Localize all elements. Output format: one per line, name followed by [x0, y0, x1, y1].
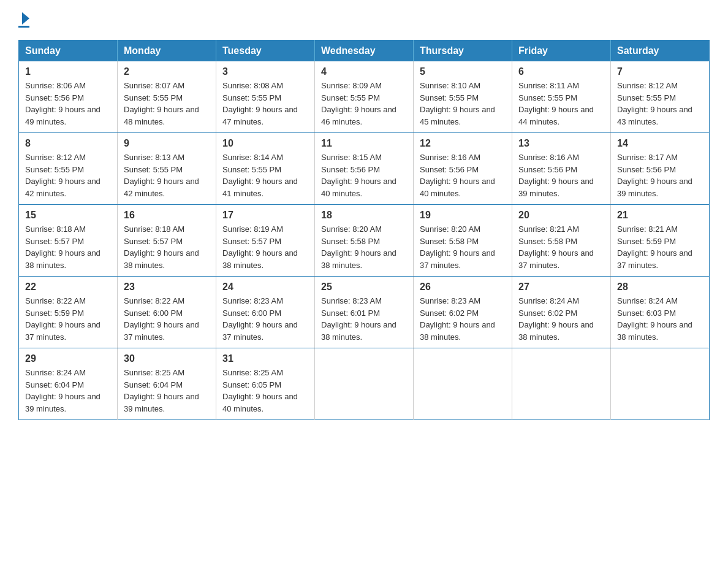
column-header-tuesday: Tuesday [216, 40, 315, 62]
day-info: Sunrise: 8:11 AMSunset: 5:55 PMDaylight:… [518, 80, 604, 128]
calendar-cell: 15Sunrise: 8:18 AMSunset: 5:57 PMDayligh… [19, 205, 118, 277]
day-info: Sunrise: 8:25 AMSunset: 6:04 PMDaylight:… [124, 367, 210, 415]
calendar-cell [315, 348, 414, 420]
day-number: 22 [25, 282, 111, 293]
calendar-week-row: 29Sunrise: 8:24 AMSunset: 6:04 PMDayligh… [19, 348, 710, 420]
day-number: 9 [124, 138, 210, 149]
calendar-cell: 10Sunrise: 8:14 AMSunset: 5:55 PMDayligh… [216, 133, 315, 205]
day-number: 7 [617, 66, 703, 77]
calendar-week-row: 1Sunrise: 8:06 AMSunset: 5:56 PMDaylight… [19, 61, 710, 133]
day-number: 27 [518, 282, 604, 293]
day-info: Sunrise: 8:06 AMSunset: 5:56 PMDaylight:… [25, 80, 111, 128]
day-number: 28 [617, 282, 703, 293]
day-info: Sunrise: 8:13 AMSunset: 5:55 PMDaylight:… [124, 151, 210, 199]
logo-underline [18, 26, 29, 28]
day-number: 8 [25, 138, 111, 149]
calendar-cell: 8Sunrise: 8:12 AMSunset: 5:55 PMDaylight… [19, 133, 118, 205]
day-number: 6 [518, 66, 604, 77]
day-number: 1 [25, 66, 111, 77]
day-number: 5 [420, 66, 506, 77]
calendar-cell [512, 348, 611, 420]
day-info: Sunrise: 8:19 AMSunset: 5:57 PMDaylight:… [222, 223, 308, 271]
day-number: 3 [222, 66, 308, 77]
calendar-week-row: 8Sunrise: 8:12 AMSunset: 5:55 PMDaylight… [19, 133, 710, 205]
day-number: 11 [321, 138, 407, 149]
day-info: Sunrise: 8:16 AMSunset: 5:56 PMDaylight:… [518, 151, 604, 199]
day-info: Sunrise: 8:21 AMSunset: 5:59 PMDaylight:… [617, 223, 703, 271]
day-info: Sunrise: 8:22 AMSunset: 5:59 PMDaylight:… [25, 295, 111, 343]
calendar-cell: 18Sunrise: 8:20 AMSunset: 5:58 PMDayligh… [315, 205, 414, 277]
day-info: Sunrise: 8:24 AMSunset: 6:04 PMDaylight:… [25, 367, 111, 415]
day-number: 16 [124, 210, 210, 221]
day-info: Sunrise: 8:12 AMSunset: 5:55 PMDaylight:… [25, 151, 111, 199]
calendar-cell: 22Sunrise: 8:22 AMSunset: 5:59 PMDayligh… [19, 277, 118, 348]
day-info: Sunrise: 8:12 AMSunset: 5:55 PMDaylight:… [617, 80, 703, 128]
day-number: 21 [617, 210, 703, 221]
calendar-week-row: 22Sunrise: 8:22 AMSunset: 5:59 PMDayligh… [19, 277, 710, 348]
day-number: 31 [222, 353, 308, 364]
day-info: Sunrise: 8:20 AMSunset: 5:58 PMDaylight:… [420, 223, 506, 271]
calendar-cell: 6Sunrise: 8:11 AMSunset: 5:55 PMDaylight… [512, 61, 611, 133]
calendar-cell [414, 348, 512, 420]
calendar-cell: 25Sunrise: 8:23 AMSunset: 6:01 PMDayligh… [315, 277, 414, 348]
calendar-cell: 11Sunrise: 8:15 AMSunset: 5:56 PMDayligh… [315, 133, 414, 205]
day-info: Sunrise: 8:24 AMSunset: 6:02 PMDaylight:… [518, 295, 604, 343]
calendar-cell: 1Sunrise: 8:06 AMSunset: 5:56 PMDaylight… [19, 61, 118, 133]
day-info: Sunrise: 8:18 AMSunset: 5:57 PMDaylight:… [124, 223, 210, 271]
calendar-cell: 14Sunrise: 8:17 AMSunset: 5:56 PMDayligh… [611, 133, 710, 205]
day-info: Sunrise: 8:15 AMSunset: 5:56 PMDaylight:… [321, 151, 407, 199]
day-info: Sunrise: 8:23 AMSunset: 6:00 PMDaylight:… [222, 295, 308, 343]
column-header-wednesday: Wednesday [315, 40, 414, 62]
column-header-saturday: Saturday [611, 40, 710, 62]
calendar-cell: 23Sunrise: 8:22 AMSunset: 6:00 PMDayligh… [118, 277, 216, 348]
calendar-cell: 13Sunrise: 8:16 AMSunset: 5:56 PMDayligh… [512, 133, 611, 205]
calendar-cell: 7Sunrise: 8:12 AMSunset: 5:55 PMDaylight… [611, 61, 710, 133]
day-info: Sunrise: 8:07 AMSunset: 5:55 PMDaylight:… [124, 80, 210, 128]
logo [18, 12, 29, 28]
day-number: 15 [25, 210, 111, 221]
day-info: Sunrise: 8:08 AMSunset: 5:55 PMDaylight:… [222, 80, 308, 128]
calendar-cell: 4Sunrise: 8:09 AMSunset: 5:55 PMDaylight… [315, 61, 414, 133]
day-info: Sunrise: 8:09 AMSunset: 5:55 PMDaylight:… [321, 80, 407, 128]
calendar-cell: 5Sunrise: 8:10 AMSunset: 5:55 PMDaylight… [414, 61, 512, 133]
calendar-cell: 31Sunrise: 8:25 AMSunset: 6:05 PMDayligh… [216, 348, 315, 420]
column-header-sunday: Sunday [19, 40, 118, 62]
day-info: Sunrise: 8:22 AMSunset: 6:00 PMDaylight:… [124, 295, 210, 343]
calendar-cell: 3Sunrise: 8:08 AMSunset: 5:55 PMDaylight… [216, 61, 315, 133]
day-info: Sunrise: 8:23 AMSunset: 6:01 PMDaylight:… [321, 295, 407, 343]
calendar-cell: 21Sunrise: 8:21 AMSunset: 5:59 PMDayligh… [611, 205, 710, 277]
day-number: 25 [321, 282, 407, 293]
day-number: 20 [518, 210, 604, 221]
day-number: 29 [25, 353, 111, 364]
day-info: Sunrise: 8:16 AMSunset: 5:56 PMDaylight:… [420, 151, 506, 199]
day-number: 13 [518, 138, 604, 149]
day-info: Sunrise: 8:17 AMSunset: 5:56 PMDaylight:… [617, 151, 703, 199]
calendar-cell [611, 348, 710, 420]
day-number: 24 [222, 282, 308, 293]
logo-arrow-icon [22, 12, 29, 25]
day-info: Sunrise: 8:24 AMSunset: 6:03 PMDaylight:… [617, 295, 703, 343]
day-number: 23 [124, 282, 210, 293]
column-header-thursday: Thursday [414, 40, 512, 62]
calendar-cell: 27Sunrise: 8:24 AMSunset: 6:02 PMDayligh… [512, 277, 611, 348]
day-info: Sunrise: 8:14 AMSunset: 5:55 PMDaylight:… [222, 151, 308, 199]
day-info: Sunrise: 8:18 AMSunset: 5:57 PMDaylight:… [25, 223, 111, 271]
day-info: Sunrise: 8:10 AMSunset: 5:55 PMDaylight:… [420, 80, 506, 128]
calendar-cell: 19Sunrise: 8:20 AMSunset: 5:58 PMDayligh… [414, 205, 512, 277]
calendar-cell: 26Sunrise: 8:23 AMSunset: 6:02 PMDayligh… [414, 277, 512, 348]
calendar-cell: 9Sunrise: 8:13 AMSunset: 5:55 PMDaylight… [118, 133, 216, 205]
calendar-cell: 24Sunrise: 8:23 AMSunset: 6:00 PMDayligh… [216, 277, 315, 348]
day-number: 19 [420, 210, 506, 221]
day-info: Sunrise: 8:25 AMSunset: 6:05 PMDaylight:… [222, 367, 308, 415]
page-header [18, 12, 710, 28]
day-info: Sunrise: 8:21 AMSunset: 5:58 PMDaylight:… [518, 223, 604, 271]
calendar-week-row: 15Sunrise: 8:18 AMSunset: 5:57 PMDayligh… [19, 205, 710, 277]
calendar-cell: 16Sunrise: 8:18 AMSunset: 5:57 PMDayligh… [118, 205, 216, 277]
day-number: 4 [321, 66, 407, 77]
day-info: Sunrise: 8:23 AMSunset: 6:02 PMDaylight:… [420, 295, 506, 343]
day-number: 2 [124, 66, 210, 77]
calendar-cell: 30Sunrise: 8:25 AMSunset: 6:04 PMDayligh… [118, 348, 216, 420]
calendar-header-row: SundayMondayTuesdayWednesdayThursdayFrid… [19, 40, 710, 62]
day-number: 10 [222, 138, 308, 149]
calendar-cell: 17Sunrise: 8:19 AMSunset: 5:57 PMDayligh… [216, 205, 315, 277]
